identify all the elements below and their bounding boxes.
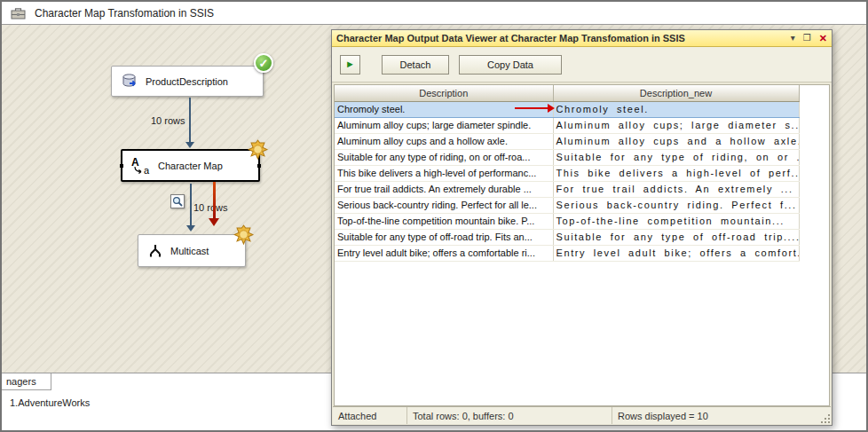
table-row[interactable]: Suitable for any type of off-road trip. …: [335, 229, 799, 245]
cell-description: Suitable for any type of off-road trip. …: [335, 229, 553, 245]
data-viewer-magnifier-icon[interactable]: [170, 194, 185, 208]
play-button[interactable]: ►: [340, 55, 360, 75]
cell-description-new: Entry level adult bike; offers a comfort…: [553, 245, 799, 261]
table-row[interactable]: Entry level adult bike; offers a comfort…: [335, 245, 799, 261]
character-map-icon: A a: [131, 156, 151, 175]
data-viewer-title: Character Map Output Data Viewer at Char…: [336, 33, 685, 43]
source-productdescription[interactable]: ProductDescription: [111, 66, 264, 97]
page-title: Character Map Transfomation in SSIS: [35, 7, 214, 20]
table-row[interactable]: Aluminum alloy cups and a hollow axle.Al…: [335, 133, 799, 149]
transform-label: Character Map: [158, 161, 223, 171]
selection-handle[interactable]: [257, 164, 261, 168]
maximize-icon[interactable]: ❐: [803, 34, 811, 43]
table-row[interactable]: Serious back-country riding. Perfect for…: [335, 197, 799, 213]
annotation-arrow-vertical: [213, 182, 216, 219]
path-2-row-count: 10 rows: [193, 202, 228, 213]
status-totals: Total rows: 0, buffers: 0: [407, 407, 612, 424]
cell-description-new: Aluminum alloy cups; large diameter s...: [553, 117, 799, 133]
svg-text:a: a: [144, 165, 150, 175]
data-viewer-window: Character Map Output Data Viewer at Char…: [331, 29, 832, 426]
annotation-arrow-vertical-head: [209, 218, 219, 226]
status-rows-displayed: Rows displayed = 10: [612, 407, 831, 424]
cell-description-new: This bike delivers a high-level of perf.…: [553, 165, 799, 181]
copy-data-button[interactable]: Copy Data: [459, 55, 562, 75]
column-header-description-new[interactable]: Description_new: [553, 85, 799, 101]
cell-description: For true trail addicts. An extremely dur…: [335, 181, 553, 197]
package-icon: [11, 7, 26, 20]
multicast-label: Multicast: [170, 246, 209, 256]
annotation-arrow-horizontal: [515, 107, 548, 109]
data-path-1: [189, 98, 191, 142]
status-attached: Attached: [333, 407, 407, 424]
transform-character-map[interactable]: A a Character Map: [121, 149, 260, 182]
cell-description-new: Suitable for any type of off-road trip..…: [553, 229, 799, 245]
multicast-icon: [147, 243, 163, 259]
warning-starburst-badge: [248, 139, 268, 160]
warning-starburst-badge: [233, 224, 254, 245]
data-grid: Description Description_new Chromoly ste…: [335, 85, 800, 262]
cell-description: Serious back-country riding. Perfect for…: [335, 197, 553, 213]
cell-description-new: For true trail addicts. An extremely ...: [553, 181, 799, 197]
grid-body: Chromoly steel.Chromoly steel.Aluminum a…: [335, 101, 799, 261]
database-source-icon: [121, 73, 138, 90]
cell-description-new: Top-of-the-line competition mountain...: [553, 213, 799, 229]
cell-description: Top-of-the-line competition mountain bik…: [335, 213, 553, 229]
source-label: ProductDescription: [146, 76, 228, 87]
data-path-1-arrowhead: [185, 142, 194, 148]
data-path-2-arrowhead: [186, 225, 195, 232]
table-row[interactable]: This bike delivers a high-level of perfo…: [335, 165, 799, 181]
resize-grip[interactable]: [820, 413, 831, 424]
app-titlebar: Character Map Transfomation in SSIS: [2, 2, 866, 25]
table-row[interactable]: Suitable for any type of riding, on or o…: [335, 149, 799, 165]
annotation-arrow-horizontal-head: [548, 104, 555, 113]
path-1-row-count: 10 rows: [151, 115, 185, 126]
cell-description: Aluminum alloy cups and a hollow axle.: [335, 133, 553, 149]
table-row[interactable]: Top-of-the-line competition mountain bik…: [335, 213, 799, 229]
cell-description: Suitable for any type of riding, on or o…: [335, 149, 553, 165]
data-viewer-toolbar: ► Detach Copy Data: [332, 47, 832, 82]
cell-description-new: Aluminum alloy cups and a hollow axle.: [553, 133, 799, 149]
detach-button[interactable]: Detach: [382, 55, 449, 75]
table-row[interactable]: Chromoly steel.Chromoly steel.: [335, 101, 799, 117]
close-icon[interactable]: ✕: [819, 34, 827, 43]
cell-description: Entry level adult bike; offers a comfort…: [335, 245, 553, 261]
cell-description: Aluminum alloy cups; large diameter spin…: [335, 117, 553, 133]
cell-description-new: Serious back-country riding. Perfect f..…: [553, 197, 799, 213]
success-check-badge: ✓: [254, 53, 273, 73]
data-path-2: [190, 184, 192, 225]
connection-managers-tab[interactable]: nagers: [2, 373, 51, 390]
data-grid-container: Description Description_new Chromoly ste…: [334, 84, 830, 406]
connection-manager-item[interactable]: 1.AdventureWorks: [10, 397, 90, 408]
play-icon: ►: [345, 59, 355, 69]
cell-description-new: Suitable for any type of riding, on or .…: [553, 149, 799, 165]
cell-description: This bike delivers a high-level of perfo…: [335, 165, 553, 181]
check-icon: ✓: [259, 58, 269, 69]
table-row[interactable]: Aluminum alloy cups; large diameter spin…: [335, 117, 799, 133]
window-menu-icon[interactable]: ▾: [791, 34, 795, 43]
selection-handle[interactable]: [120, 164, 123, 168]
app-window: Character Map Transfomation in SSIS Prod…: [0, 0, 868, 432]
column-header-description[interactable]: Description: [335, 85, 553, 101]
svg-text:A: A: [131, 156, 139, 169]
data-viewer-titlebar[interactable]: Character Map Output Data Viewer at Char…: [332, 30, 832, 47]
table-row[interactable]: For true trail addicts. An extremely dur…: [335, 181, 799, 197]
cell-description: Chromoly steel.: [335, 101, 553, 117]
transform-multicast[interactable]: Multicast: [138, 234, 246, 267]
cell-description-new: Chromoly steel.: [553, 101, 799, 117]
data-viewer-statusbar: Attached Total rows: 0, buffers: 0 Rows …: [333, 406, 831, 424]
